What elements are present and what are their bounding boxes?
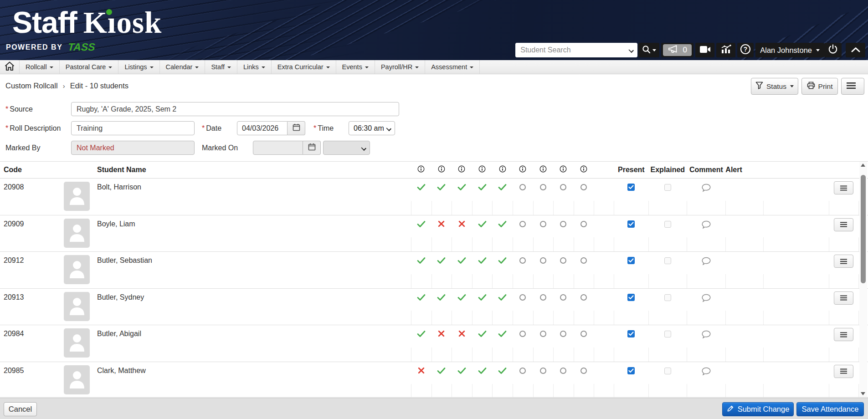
vertical-scrollbar[interactable] <box>859 162 867 397</box>
explained-checkbox[interactable] <box>664 221 671 228</box>
column-header-info-icon[interactable] <box>492 165 513 174</box>
info-icon <box>519 165 526 174</box>
help-button[interactable]: ? <box>737 43 754 57</box>
source-input[interactable]: Rugby, 'A' Grade, 2025, Sem 2 <box>71 102 399 116</box>
present-checkbox[interactable] <box>627 294 635 301</box>
present-cell <box>614 289 648 301</box>
present-checkbox[interactable] <box>627 184 635 191</box>
submit-change-button[interactable]: Submit Change <box>722 402 794 416</box>
attendance-radio[interactable] <box>580 331 587 337</box>
column-header-info-icon[interactable] <box>533 165 554 174</box>
attendance-radio[interactable] <box>560 331 566 337</box>
scrollbar-thumb[interactable] <box>861 175 866 283</box>
attendance-radio[interactable] <box>580 257 587 264</box>
collapse-header-button[interactable] <box>846 43 865 57</box>
attendance-radio[interactable] <box>580 294 587 301</box>
row-menu-button[interactable] <box>834 291 853 305</box>
explained-checkbox[interactable] <box>664 331 671 337</box>
attendance-radio[interactable] <box>560 221 566 227</box>
nav-item-payroll-hr[interactable]: Payroll/HR <box>375 60 425 74</box>
column-header-info-icon[interactable] <box>472 165 493 174</box>
attendance-radio[interactable] <box>540 184 546 190</box>
comment-icon[interactable] <box>702 294 711 304</box>
attendance-radio[interactable] <box>519 331 526 337</box>
present-checkbox[interactable] <box>627 330 635 337</box>
notifications-button[interactable]: 0 <box>661 43 693 57</box>
attendance-radio[interactable] <box>540 257 546 264</box>
attendance-radio-cell <box>533 252 554 264</box>
comment-icon[interactable] <box>702 330 711 341</box>
present-checkbox[interactable] <box>627 367 635 374</box>
attendance-radio[interactable] <box>540 221 546 227</box>
attendance-radio[interactable] <box>519 294 526 301</box>
attendance-radio[interactable] <box>580 368 587 374</box>
nav-item-calendar[interactable]: Calendar <box>160 60 205 74</box>
status-button[interactable]: Status <box>751 78 798 95</box>
row-menu-button[interactable] <box>834 328 853 341</box>
column-header-info-icon[interactable] <box>574 165 594 174</box>
logout-button[interactable] <box>824 43 842 57</box>
attendance-radio[interactable] <box>519 221 526 227</box>
nav-item-home[interactable] <box>0 60 20 74</box>
nav-item-staff[interactable]: Staff <box>205 60 237 74</box>
attendance-radio-cell <box>513 252 533 264</box>
nav-item-links[interactable]: Links <box>237 60 272 74</box>
column-header-info-icon[interactable] <box>452 165 472 174</box>
column-header-info-icon[interactable] <box>411 165 431 174</box>
attendance-radio[interactable] <box>560 294 566 301</box>
cancel-button[interactable]: Cancel <box>4 402 37 416</box>
scroll-down-icon[interactable] <box>861 392 865 395</box>
search-button[interactable] <box>638 43 659 57</box>
comment-icon[interactable] <box>702 184 711 194</box>
explained-checkbox[interactable] <box>664 184 671 191</box>
attendance-radio[interactable] <box>519 184 526 190</box>
attendance-radio[interactable] <box>540 294 546 301</box>
attendance-radio[interactable] <box>540 331 546 337</box>
nav-item-events[interactable]: Events <box>336 60 375 74</box>
date-input[interactable]: 04/03/2026 <box>237 121 288 135</box>
nav-item-listings[interactable]: Listings <box>118 60 159 74</box>
row-menu-button[interactable] <box>834 181 853 194</box>
analytics-button[interactable] <box>716 43 735 57</box>
nav-item-rollcall[interactable]: Rollcall <box>20 60 60 74</box>
comment-icon[interactable] <box>702 257 711 267</box>
page-menu-button[interactable] <box>841 78 864 95</box>
attendance-radio[interactable] <box>519 257 526 264</box>
roll-description-input[interactable]: Training <box>71 121 195 135</box>
print-button[interactable]: Print <box>801 78 838 95</box>
explained-checkbox[interactable] <box>664 257 671 264</box>
power-icon <box>828 44 838 56</box>
explained-checkbox[interactable] <box>664 294 671 301</box>
row-menu-button[interactable] <box>834 255 853 268</box>
attendance-radio[interactable] <box>580 184 587 190</box>
video-button[interactable] <box>695 43 714 57</box>
time-select[interactable]: 06:30 am <box>349 121 395 135</box>
attendance-radio[interactable] <box>519 368 526 374</box>
attendance-radio[interactable] <box>580 221 587 227</box>
present-checkbox[interactable] <box>627 257 635 264</box>
column-header-info-icon[interactable] <box>513 165 533 174</box>
attendance-radio[interactable] <box>560 257 566 264</box>
user-menu-button[interactable]: Alan Johnstone <box>755 43 824 57</box>
breadcrumb-parent[interactable]: Custom Rollcall <box>5 82 58 90</box>
date-picker-button[interactable] <box>288 121 305 135</box>
column-header-info-icon[interactable] <box>553 165 574 174</box>
header-controls: Student Search 0 <box>515 43 865 57</box>
row-menu-button[interactable] <box>834 365 853 378</box>
comment-icon[interactable] <box>702 367 711 378</box>
row-menu-button[interactable] <box>834 218 853 231</box>
student-search-select[interactable]: Student Search <box>515 43 637 57</box>
column-header-info-icon[interactable] <box>431 165 452 174</box>
scroll-up-icon[interactable] <box>861 164 865 167</box>
nav-item-pastoral-care[interactable]: Pastoral Care <box>60 60 119 74</box>
comment-icon[interactable] <box>702 220 711 231</box>
nav-item-extra-curricular[interactable]: Extra Curricular <box>272 60 336 74</box>
save-attendance-button[interactable]: Save Attendance <box>796 402 864 416</box>
present-checkbox[interactable] <box>627 220 635 228</box>
attendance-radio[interactable] <box>560 184 566 190</box>
attendance-radio[interactable] <box>560 368 566 374</box>
nav-item-assessment[interactable]: Assessment <box>425 60 480 74</box>
attendance-radio[interactable] <box>540 368 546 374</box>
explained-checkbox[interactable] <box>664 368 671 374</box>
info-icon <box>539 165 547 174</box>
